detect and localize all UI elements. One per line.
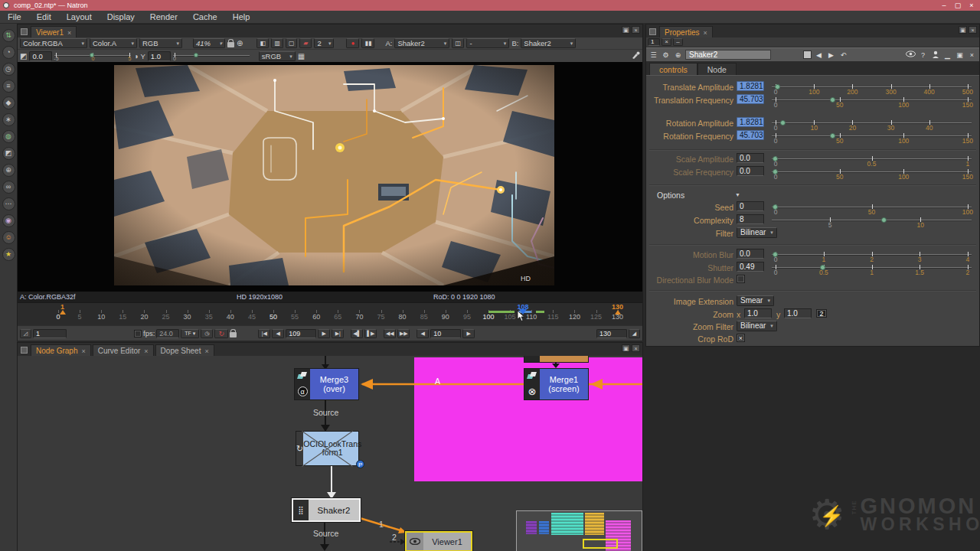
zoom-x-field[interactable]: 1.0 [744, 308, 772, 318]
menu-display[interactable]: Display [100, 11, 142, 23]
minimize-button[interactable]: – [937, 0, 951, 11]
full-frame-icon[interactable]: ▥ [271, 38, 283, 48]
float-panel-icon[interactable]: ▣ [955, 51, 965, 59]
pane-anchor-icon[interactable] [21, 347, 28, 354]
slider-handle[interactable] [830, 133, 835, 139]
pause-icon[interactable]: ▮▮ [361, 38, 374, 48]
tab-close-icon[interactable]: × [704, 29, 707, 37]
complexity-field[interactable]: 8 [737, 214, 764, 224]
sync-viewport-icon[interactable]: ⊕ [237, 39, 243, 47]
node-presets-icon[interactable] [930, 51, 940, 60]
tab-close-icon[interactable]: × [204, 347, 208, 355]
pyplug-icon[interactable]: ★ [2, 248, 15, 261]
float-pane-icon[interactable]: ▣ [959, 26, 967, 34]
minimize-panel-icon[interactable]: ▁ [942, 51, 952, 59]
tab-controls[interactable]: controls [649, 63, 697, 75]
motion-blur-field[interactable]: 0.0 [737, 249, 764, 259]
node-ociolooktransform1[interactable]: ↻ OCIOLookTrans form1 P [296, 431, 359, 466]
rotation-amplitude-slider[interactable]: 010203040 [772, 118, 972, 129]
transform-icon[interactable]: ⊕ [2, 164, 15, 177]
pane-anchor-icon[interactable] [649, 28, 656, 35]
slider-track[interactable] [772, 135, 972, 136]
loop-mode-icon[interactable]: ↻ [214, 329, 228, 338]
translation-frequency-slider[interactable]: 050100150 [772, 95, 972, 106]
center-node-icon[interactable]: ☰ [648, 51, 658, 59]
float-pane-icon[interactable]: ▣ [622, 344, 630, 352]
gamma-icon[interactable]: Y [141, 52, 145, 60]
last-frame-button[interactable]: ▶| [332, 329, 344, 338]
roi-icon[interactable]: ▰ [299, 38, 312, 48]
complexity-slider[interactable]: 510 [772, 215, 972, 227]
rotation-frequency-field[interactable]: 45.703 [737, 130, 764, 140]
menu-cache[interactable]: Cache [185, 11, 225, 23]
directional-blur-checkbox[interactable] [737, 275, 745, 283]
slider-handle[interactable] [194, 53, 198, 57]
hide-params-eye-icon[interactable] [906, 51, 916, 59]
slider-track[interactable] [772, 122, 972, 123]
contrast-icon[interactable]: ◑ [133, 52, 138, 60]
slider-handle[interactable] [830, 97, 835, 103]
range-end-triangle[interactable] [615, 310, 621, 315]
nodegraph-navigator[interactable] [516, 510, 642, 551]
proxy-mode-select[interactable]: 2▾ [314, 38, 334, 48]
layer-select[interactable]: Color.RGBA▾ [20, 38, 87, 48]
wipe-mode-select[interactable]: -▾ [466, 38, 509, 48]
tab-curve-editor[interactable]: Curve Editor× [93, 344, 154, 356]
zoom-filter-select[interactable]: Bilinear▾ [737, 321, 777, 331]
channel-icon[interactable]: ≡ [2, 80, 15, 93]
zoom-dimension-button[interactable]: 2 [816, 309, 827, 318]
node-color-swatch[interactable] [803, 51, 812, 59]
options-group-label[interactable]: Options [657, 191, 684, 200]
minimize-panels-icon[interactable]: – [673, 38, 683, 46]
slider-track[interactable] [772, 99, 972, 100]
shutter-field[interactable]: 0.49 [737, 262, 764, 272]
node-viewer1[interactable]: Viewer1 [405, 531, 472, 551]
scale-frequency-slider[interactable]: 050100150 [772, 167, 972, 178]
next-frame-button[interactable]: ▶ [318, 329, 330, 338]
prev-increment-button[interactable]: ◀ [416, 329, 429, 338]
draw-icon[interactable]: ◔ [2, 46, 15, 59]
alpha-channel-select[interactable]: Color.A▾ [90, 38, 137, 48]
out-point-field[interactable]: 130 [596, 329, 627, 338]
tab-dope-sheet[interactable]: Dope Sheet× [155, 344, 214, 356]
checkerboard-icon[interactable]: ▦ [298, 52, 305, 60]
collapse-arrow-icon[interactable]: ▼ [735, 192, 740, 197]
scale-amplitude-field[interactable]: 0.0 [737, 153, 764, 163]
node-color-icon[interactable]: ⚙ [661, 51, 671, 59]
translate-amplitude-field[interactable]: 1.8281 [737, 81, 764, 91]
keyer-icon[interactable]: ◍ [2, 130, 15, 143]
node-shaker2[interactable]: ⣿ Shaker2 [292, 498, 361, 522]
translation-frequency-field[interactable]: 45.703 [737, 94, 764, 104]
gmic-icon[interactable]: ◉ [2, 214, 15, 227]
node-name-field[interactable]: Shaker2 [685, 50, 771, 60]
slider-track[interactable] [772, 86, 972, 87]
timeline-ruler[interactable]: 0510152025303540455055606570758085909510… [18, 302, 642, 325]
timeline-format-button[interactable]: TF ▾ [181, 329, 199, 338]
close-pane-icon[interactable]: × [969, 26, 977, 34]
nodegraph-canvas[interactable]: α Merge3 (over) ⊗ Merge1 (screen) Source [18, 356, 642, 551]
extra-icon[interactable]: ⋯ [2, 197, 15, 210]
fps-field[interactable]: 24.0 [156, 329, 179, 338]
rotation-amplitude-field[interactable]: 1.8281 [737, 117, 764, 127]
rotation-frequency-slider[interactable]: 050100150 [772, 131, 972, 142]
tab-node[interactable]: Node [697, 63, 737, 75]
slider-handle[interactable] [775, 84, 780, 90]
slider-track[interactable] [772, 171, 972, 172]
tab-properties[interactable]: Properties × [659, 26, 713, 37]
tab-close-icon[interactable]: × [67, 29, 71, 37]
menu-render[interactable]: Render [142, 11, 185, 23]
gain-field[interactable]: 0.0 [29, 51, 52, 61]
tab-close-icon[interactable]: × [144, 347, 148, 355]
seed-field[interactable]: 0 [737, 201, 764, 211]
translate-amplitude-slider[interactable]: 0100200300400500 [772, 82, 972, 93]
community-icon[interactable]: ☺ [2, 231, 15, 244]
timeline-corner-icon[interactable]: ◿ [20, 329, 31, 338]
merge-icon[interactable]: ◩ [2, 147, 15, 160]
menu-edit[interactable]: Edit [29, 11, 59, 23]
next-increment-button[interactable]: ▶ [462, 329, 475, 338]
play-forward-button[interactable]: ▶▶ [397, 329, 410, 338]
node-partially-visible[interactable] [524, 356, 589, 363]
node-merge3[interactable]: α Merge3 (over) [294, 368, 359, 400]
node-merge1[interactable]: ⊗ Merge1 (screen) [524, 368, 589, 400]
wipe-operator-icon[interactable]: ◫ [452, 38, 464, 48]
